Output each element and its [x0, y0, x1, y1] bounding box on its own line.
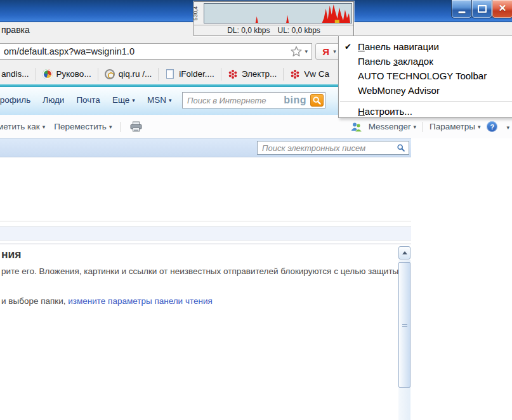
menu-item-bookmarks-panel[interactable]: Панель закладок	[339, 54, 512, 69]
help-menu-caret[interactable]	[504, 121, 509, 133]
menu-item-navigation-panel[interactable]: ✔ Панель навигации	[339, 39, 512, 54]
toolbar-separator	[423, 122, 423, 132]
scrollbar-thumb[interactable]	[398, 262, 410, 388]
traffic-graph-icon	[204, 4, 351, 23]
search-icon	[312, 96, 322, 105]
flower-favicon-icon	[228, 69, 238, 79]
web-search-input[interactable]	[183, 96, 284, 105]
mail-toolbar-left: метить как Переместить	[0, 115, 142, 138]
favorites-button[interactable]	[289, 44, 312, 59]
upload-speed: UL: 0,0 kbps	[278, 26, 320, 35]
print-button[interactable]	[130, 121, 142, 132]
web-search-button[interactable]	[310, 94, 324, 107]
menu-edit[interactable]: правка	[1, 25, 30, 35]
close-icon: ✕	[492, 3, 512, 14]
download-speed: DL: 0,0 kbps	[227, 26, 270, 35]
traffic-graph	[204, 3, 352, 23]
mail-search-band	[0, 138, 411, 157]
maximize-icon	[478, 5, 487, 13]
minimize-button[interactable]	[451, 0, 472, 18]
menu-item-customize[interactable]: Настроить...	[339, 104, 512, 119]
close-button[interactable]: ✕	[492, 0, 512, 18]
browser-window: ✕ 530,4 DL: 0,0 kbps UL: 0,0 kbps правка…	[0, 0, 512, 420]
move-to-button[interactable]: Переместить	[54, 122, 112, 131]
list-divider	[0, 221, 411, 221]
bookmark-item[interactable]: Vw Ca	[284, 67, 336, 81]
web-search-box: bing	[182, 92, 325, 108]
menu-separator	[340, 101, 512, 102]
search-icon	[397, 143, 405, 152]
settings-text: и выборе папки,	[1, 296, 68, 306]
toolbars-context-menu: ✔ Панель навигации Панель закладок AUTO …	[338, 36, 512, 118]
network-graph-panel: 530,4	[194, 2, 353, 24]
options-button[interactable]: Параметры	[430, 122, 481, 131]
check-icon: ✔	[345, 39, 351, 54]
collapsed-row-band	[0, 226, 411, 240]
nav-more[interactable]: Еще	[112, 95, 135, 105]
address-input[interactable]: om/default.aspx?wa=wsignin1.0	[0, 43, 312, 60]
menu-item-webmoney-advisor[interactable]: WebMoney Advisor	[339, 83, 512, 98]
reading-pane: ния рите его. Вложения, картинки и ссылк…	[0, 244, 411, 420]
reading-pane-settings-line: и выборе папки, измените параметры панел…	[1, 296, 213, 306]
gw-favicon-icon	[43, 69, 53, 79]
bookmark-item[interactable]: Электр...	[221, 67, 284, 81]
scrollbar-grip-icon	[402, 323, 407, 327]
messenger-buddies-icon	[351, 122, 362, 132]
bing-logo[interactable]: bing	[284, 95, 310, 106]
disc-favicon-icon	[105, 69, 115, 79]
messenger-button[interactable]: Messenger	[369, 122, 416, 131]
menu-item-auto-technology-toolbar[interactable]: AUTO TECHNOLOGY Toolbar	[339, 69, 512, 83]
nav-msn[interactable]: MSN	[147, 95, 172, 105]
network-monitor-widget[interactable]: 530,4 DL: 0,0 kbps UL: 0,0 kbps	[194, 1, 354, 36]
nav-profile[interactable]: Профиль	[0, 95, 30, 105]
maximize-button[interactable]	[471, 0, 492, 18]
nav-people[interactable]: Люди	[43, 95, 64, 105]
yandex-icon: Я	[322, 46, 329, 57]
message-heading: ния	[1, 248, 22, 261]
minimize-icon	[458, 11, 465, 13]
toolbar-separator	[121, 122, 121, 132]
bookmark-item[interactable]: iFolder....	[159, 67, 221, 81]
email-search-box	[257, 141, 409, 155]
flower-favicon-icon	[290, 69, 300, 79]
printer-icon	[130, 121, 142, 132]
reading-pane-settings-link[interactable]: измените параметры панели чтения	[68, 296, 213, 306]
network-scale-label: 530,4	[194, 2, 204, 24]
network-status-bar: DL: 0,0 kbps UL: 0,0 kbps	[194, 25, 353, 36]
scroll-up-button[interactable]	[398, 246, 410, 259]
email-search-button[interactable]	[393, 143, 409, 152]
help-icon[interactable]: ?	[487, 121, 497, 132]
bookmark-item[interactable]: andis...	[0, 67, 36, 81]
msn-nav: Профиль Люди Почта Еще MSN	[0, 95, 171, 105]
mark-as-button[interactable]: метить как	[0, 122, 45, 131]
email-search-input[interactable]	[258, 143, 393, 153]
bookmark-item[interactable]: Руково...	[36, 67, 98, 81]
bookmark-item[interactable]: qiq.ru /...	[98, 67, 159, 81]
document-favicon-icon	[165, 69, 175, 79]
vertical-scrollbar[interactable]	[398, 246, 410, 420]
chevron-up-icon	[402, 251, 407, 254]
nav-mail[interactable]: Почта	[76, 95, 100, 105]
url-text[interactable]: om/default.aspx?wa=wsignin1.0	[0, 46, 289, 56]
message-body-text: рите его. Вложения, картинки и ссылки от…	[1, 266, 398, 276]
star-icon	[291, 46, 302, 57]
